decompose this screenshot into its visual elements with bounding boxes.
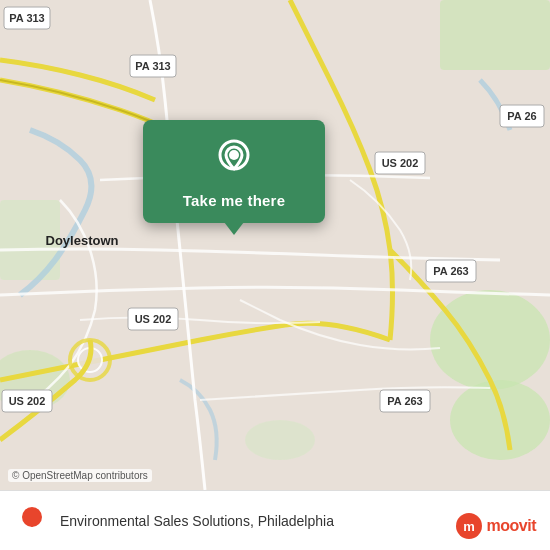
svg-text:US 202: US 202 <box>135 313 172 325</box>
location-pin-icon <box>212 138 256 182</box>
svg-text:PA 263: PA 263 <box>387 395 422 407</box>
svg-text:PA 313: PA 313 <box>135 60 170 72</box>
svg-text:US 202: US 202 <box>382 157 419 169</box>
moovit-text: moovit <box>487 517 536 535</box>
map-container: PA 313 PA 313 US 202 PA 26 PA 263 PA 263… <box>0 0 550 490</box>
moovit-icon: m <box>455 512 483 540</box>
svg-text:m: m <box>463 519 475 534</box>
svg-text:PA 313: PA 313 <box>9 12 44 24</box>
svg-text:PA 263: PA 263 <box>433 265 468 277</box>
svg-point-2 <box>450 380 550 460</box>
svg-rect-5 <box>440 0 550 70</box>
moovit-logo: m moovit <box>455 512 536 540</box>
svg-point-6 <box>245 420 315 460</box>
copyright-text: © OpenStreetMap contributors <box>8 469 152 482</box>
popup: Take me there <box>143 120 325 223</box>
svg-point-28 <box>229 150 239 160</box>
svg-text:US 202: US 202 <box>9 395 46 407</box>
take-me-there-button[interactable]: Take me there <box>183 192 285 209</box>
map-svg: PA 313 PA 313 US 202 PA 26 PA 263 PA 263… <box>0 0 550 490</box>
location-marker-icon <box>14 503 50 539</box>
location-label: Environmental Sales Solutions, Philadelp… <box>60 513 334 529</box>
bottom-bar: Environmental Sales Solutions, Philadelp… <box>0 490 550 550</box>
svg-text:PA 26: PA 26 <box>507 110 536 122</box>
svg-text:Doylestown: Doylestown <box>46 233 119 248</box>
